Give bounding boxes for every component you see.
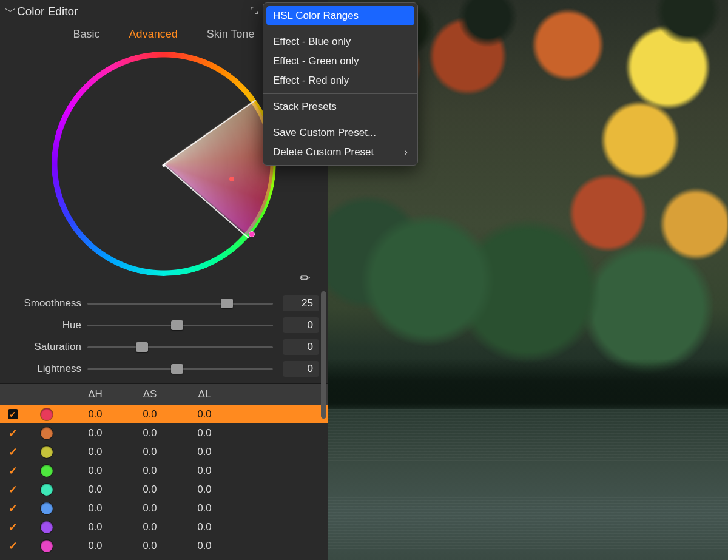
menu-effect-blue[interactable]: Effect - Blue only: [263, 32, 417, 52]
color-swatch[interactable]: [41, 465, 53, 477]
collapse-chevron-icon[interactable]: ﹀: [5, 4, 13, 19]
cell-dl: 0.0: [177, 502, 232, 514]
lightness-value[interactable]: 0: [283, 361, 319, 377]
cell-dl: 0.0: [177, 484, 232, 495]
cell-ds: 0.0: [123, 484, 177, 495]
cell-dl: 0.0: [177, 446, 232, 457]
col-ds: ΔS: [123, 388, 177, 400]
menu-stack-presets[interactable]: Stack Presets: [263, 97, 417, 116]
panel-title: Color Editor: [17, 5, 249, 18]
color-table-body: ✓0.00.00.0✓0.00.00.0✓0.00.00.0✓0.00.00.0…: [0, 405, 328, 555]
table-row[interactable]: ✓0.00.00.0: [0, 518, 328, 536]
cell-dh: 0.0: [68, 540, 123, 552]
color-swatch[interactable]: [41, 408, 53, 420]
row-checkbox[interactable]: ✓: [8, 464, 18, 477]
cell-dh: 0.0: [68, 484, 123, 495]
table-row[interactable]: ✓0.00.00.0: [0, 461, 328, 480]
color-swatch[interactable]: [41, 427, 53, 439]
row-checkbox[interactable]: ✓: [8, 483, 18, 496]
smoothness-track[interactable]: [87, 303, 273, 305]
row-checkbox[interactable]: ✓: [8, 502, 18, 515]
row-checkbox[interactable]: ✓: [8, 409, 18, 419]
color-swatch[interactable]: [41, 502, 53, 514]
slider-smoothness: Smoothness 25: [8, 292, 319, 314]
cell-ds: 0.0: [123, 408, 177, 420]
table-row[interactable]: ✓0.00.00.0: [0, 499, 328, 518]
cell-dl: 0.0: [177, 427, 232, 439]
color-swatch[interactable]: [41, 446, 53, 458]
cell-ds: 0.0: [123, 540, 177, 552]
cell-ds: 0.0: [123, 446, 177, 457]
saturation-thumb[interactable]: [136, 342, 148, 352]
smoothness-value[interactable]: 25: [283, 295, 319, 311]
hue-track[interactable]: [87, 325, 273, 326]
table-row[interactable]: ✓0.00.00.0: [0, 405, 328, 423]
expand-icon[interactable]: [249, 5, 260, 19]
cell-ds: 0.0: [123, 521, 177, 533]
row-checkbox[interactable]: ✓: [8, 445, 18, 459]
row-checkbox[interactable]: ✓: [8, 539, 18, 553]
menu-effect-red[interactable]: Effect - Red only: [263, 71, 417, 90]
lightness-track[interactable]: [87, 368, 273, 370]
panel-scrollbar[interactable]: [321, 291, 326, 419]
color-table-header: ΔH ΔS ΔL: [0, 383, 328, 405]
cell-ds: 0.0: [123, 465, 177, 476]
cell-dl: 0.0: [177, 408, 232, 420]
menu-delete-preset[interactable]: Delete Custom Preset ›: [263, 143, 417, 162]
hue-value[interactable]: 0: [283, 317, 319, 333]
cell-dh: 0.0: [68, 408, 123, 420]
cell-dl: 0.0: [177, 540, 232, 552]
eyedropper-icon[interactable]: ✎: [297, 269, 314, 287]
tab-advanced[interactable]: Advanced: [129, 28, 178, 41]
row-checkbox[interactable]: ✓: [8, 427, 18, 440]
menu-effect-green[interactable]: Effect - Green only: [263, 52, 417, 71]
col-dh: ΔH: [68, 388, 123, 400]
row-checkbox[interactable]: ✓: [8, 521, 18, 534]
table-row[interactable]: ✓0.00.00.0: [0, 442, 328, 461]
smoothness-thumb[interactable]: [221, 299, 233, 308]
cell-dh: 0.0: [68, 521, 123, 533]
tab-skintone[interactable]: Skin Tone: [207, 28, 255, 41]
menu-hsl-ranges[interactable]: HSL Color Ranges: [266, 6, 414, 25]
color-swatch[interactable]: [41, 484, 53, 496]
color-swatch[interactable]: [41, 540, 53, 552]
slider-hue: Hue 0: [8, 314, 319, 336]
hue-thumb[interactable]: [171, 320, 183, 330]
tab-basic[interactable]: Basic: [73, 28, 100, 41]
cell-dl: 0.0: [177, 465, 232, 476]
cell-dl: 0.0: [177, 521, 232, 533]
cell-dh: 0.0: [68, 502, 123, 514]
slider-lightness: Lightness 0: [8, 358, 319, 380]
cell-dh: 0.0: [68, 465, 123, 476]
table-row[interactable]: ✓0.00.00.0: [0, 423, 328, 442]
cell-ds: 0.0: [123, 502, 177, 514]
color-swatch[interactable]: [41, 521, 53, 533]
saturation-value[interactable]: 0: [283, 339, 319, 355]
saturation-track[interactable]: [87, 346, 273, 348]
slider-group: Smoothness 25 Hue 0 Saturation 0 Lightne…: [0, 289, 328, 383]
slider-saturation: Saturation 0: [8, 336, 319, 358]
lightness-thumb[interactable]: [171, 364, 183, 374]
presets-dropdown: HSL Color Ranges Effect - Blue only Effe…: [263, 2, 418, 166]
col-dl: ΔL: [177, 388, 232, 400]
cell-dh: 0.0: [68, 427, 123, 439]
menu-save-preset[interactable]: Save Custom Preset...: [263, 123, 417, 143]
table-row[interactable]: ✓0.00.00.0: [0, 480, 328, 499]
chevron-right-icon: ›: [404, 146, 408, 158]
cell-ds: 0.0: [123, 427, 177, 439]
table-row[interactable]: ✓0.00.00.0: [0, 536, 328, 555]
cell-dh: 0.0: [68, 446, 123, 457]
